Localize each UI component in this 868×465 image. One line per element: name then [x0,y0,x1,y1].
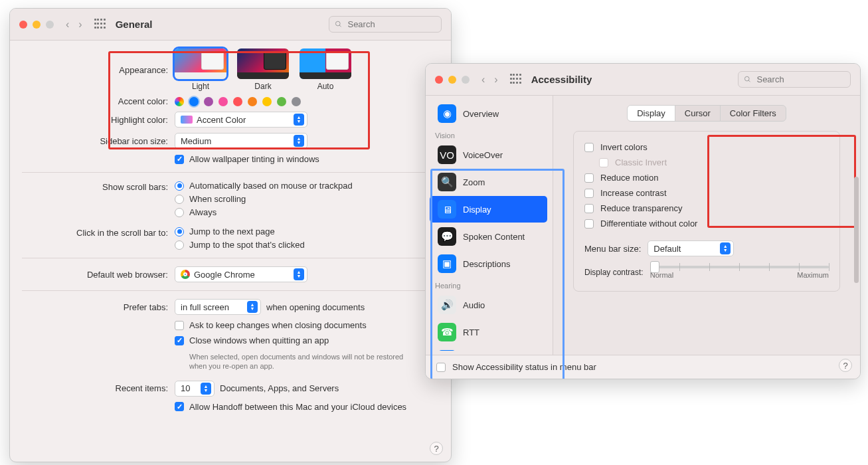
minimize-icon[interactable] [33,21,41,29]
sidebar-item-label: Audio [463,300,485,310]
window-controls [19,21,54,29]
search-field[interactable] [329,16,442,33]
forward-button[interactable]: › [491,74,500,86]
back-button[interactable]: ‹ [479,74,487,86]
close-icon[interactable] [435,76,443,84]
voiceover-icon: VO [438,145,456,164]
search-icon [744,75,751,84]
sidebar-item-descriptions[interactable]: ▣ Descriptions [430,250,547,277]
sidebar-item-voiceover[interactable]: VO VoiceOver [430,141,547,168]
sidebar-scrollbar[interactable] [854,177,859,283]
chrome-icon [181,270,190,279]
appearance-label: Appearance: [22,65,175,75]
zoom-icon-disabled [462,76,470,84]
click-next-label: Jump to the next page [189,227,275,236]
scroll-auto-radio[interactable] [175,181,184,191]
increase-contrast-label: Increase contrast [600,188,667,198]
accent-purple[interactable] [204,97,213,106]
browser-select[interactable]: Google Chrome ▲▼ [175,266,307,282]
sidebar-item-rtt[interactable]: ☎ RTT [430,319,547,345]
search-icon [335,20,342,29]
svg-point-0 [335,21,340,26]
wallpaper-tint-checkbox[interactable] [175,155,184,164]
recent-suffix: Documents, Apps, and Servers [220,383,339,393]
sidebar-item-captions[interactable]: CC Captions [430,346,547,351]
browser-label: Default web browser: [22,270,175,280]
accessibility-main: Display Cursor Color Filters Invert colo… [553,96,860,355]
menu-bar-size-label: Menu bar size: [584,244,641,254]
increase-contrast-checkbox[interactable] [584,189,594,198]
scroll-auto-label: Automatically based on mouse or trackpad [189,181,353,191]
search-input[interactable] [346,19,436,30]
close-windows-checkbox[interactable] [175,336,184,345]
sidebar-item-overview[interactable]: ◉ Overview [430,100,547,127]
click-spot-radio[interactable] [175,240,184,250]
accent-red[interactable] [233,97,242,106]
minimize-icon[interactable] [448,76,456,84]
classic-invert-label: Classic Invert [615,157,667,167]
close-icon[interactable] [19,21,27,29]
back-button[interactable]: ‹ [63,19,72,31]
handoff-checkbox[interactable] [175,402,184,411]
show-all-icon[interactable] [510,74,522,86]
scroll-always-radio[interactable] [175,208,184,217]
help-button[interactable]: ? [839,359,852,372]
sidebar-item-audio[interactable]: 🔊 Audio [430,292,547,318]
sidebar-size-label: Sidebar icon size: [22,136,175,146]
status-menubar-checkbox[interactable] [436,363,446,372]
differentiate-checkbox[interactable] [584,219,594,229]
invert-colors-label: Invert colors [600,142,648,152]
status-menubar-label: Show Accessibility status in menu bar [452,362,596,372]
accent-graphite[interactable] [292,97,301,106]
scroll-when-label: When scrolling [189,194,246,204]
tab-display[interactable]: Display [628,106,675,121]
accent-blue[interactable] [189,97,199,106]
menu-bar-size-select[interactable]: Default ▲▼ [648,240,734,256]
sidebar-item-display[interactable]: 🖥 Display [430,196,547,223]
sidebar-size-select[interactable]: Medium ▲▼ [175,133,307,149]
forward-button[interactable]: › [76,19,84,31]
highlight-select[interactable]: Accent Color ▲▼ [175,112,307,128]
zoom-icon-disabled [46,21,54,29]
click-spot-label: Jump to the spot that's clicked [189,240,305,250]
sidebar-heading-vision: Vision [426,128,551,141]
sidebar-item-zoom[interactable]: 🔍 Zoom [430,169,547,195]
accent-swatches [175,97,301,106]
help-button[interactable]: ? [430,442,443,455]
appearance-light[interactable]: Light [175,48,226,91]
search-input[interactable] [755,74,845,85]
accessibility-footer: Show Accessibility status in menu bar [426,355,860,379]
person-icon: ◉ [438,104,456,123]
search-field[interactable] [738,71,851,88]
accent-yellow[interactable] [262,97,272,106]
reduce-transparency-checkbox[interactable] [584,204,594,213]
recent-select[interactable]: 10 ▲▼ [175,381,215,397]
appearance-auto[interactable]: Auto [300,48,351,91]
close-windows-note: When selected, open documents and window… [189,352,415,371]
appearance-dark[interactable]: Dark [237,48,289,91]
ask-keep-checkbox[interactable] [175,321,184,330]
chevron-updown-icon: ▲▼ [201,383,211,395]
accent-multicolor[interactable] [175,97,184,106]
show-all-icon[interactable] [94,19,106,31]
highlight-value: Accent Color [197,115,246,125]
tab-color-filters[interactable]: Color Filters [720,106,786,121]
sidebar-item-label: Zoom [463,177,485,187]
chevron-updown-icon: ▲▼ [720,242,731,254]
sidebar-item-spoken[interactable]: 💬 Spoken Content [430,223,547,250]
click-next-radio[interactable] [175,227,184,236]
reduce-motion-label: Reduce motion [600,173,658,183]
reduce-motion-checkbox[interactable] [584,173,594,183]
click-scroll-label: Click in the scroll bar to: [22,227,175,238]
display-icon: 🖥 [438,200,456,219]
accent-pink[interactable] [218,97,228,106]
invert-colors-checkbox[interactable] [584,143,594,152]
tab-cursor[interactable]: Cursor [675,106,720,121]
nav-buttons: ‹ › [479,74,501,86]
display-contrast-slider[interactable] [650,266,829,268]
menu-bar-size-value: Default [653,244,681,254]
accent-green[interactable] [277,97,286,106]
accent-orange[interactable] [248,97,257,106]
tabs-select[interactable]: in full screen ▲▼ [175,299,261,315]
scroll-when-radio[interactable] [175,195,184,204]
